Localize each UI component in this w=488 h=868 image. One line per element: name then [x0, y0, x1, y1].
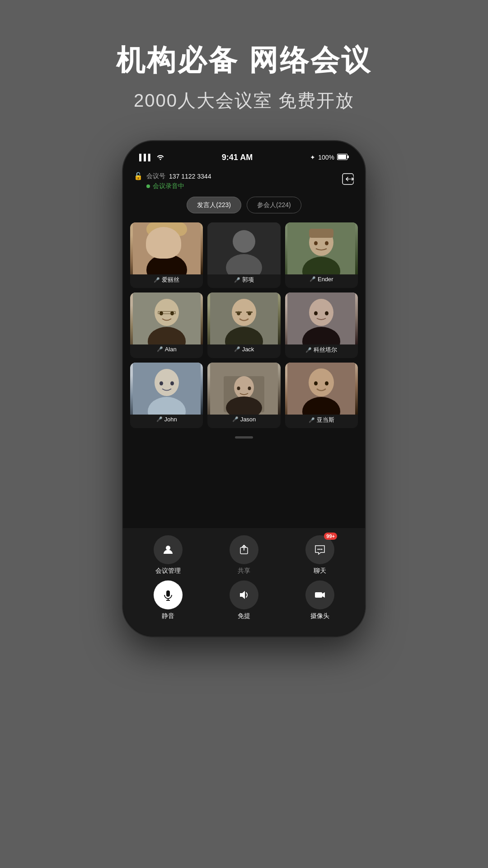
- participant-cell-john[interactable]: 🎤 John: [130, 363, 203, 428]
- svg-point-6: [154, 228, 179, 257]
- meeting-number-value: 137 1122 3344: [169, 173, 211, 180]
- tab-attendees[interactable]: 参会人(224): [247, 197, 301, 213]
- participant-avatar-jason: [207, 363, 280, 415]
- header-subtitle: 2000人大会议室 免费开放: [116, 88, 372, 113]
- participant-cell-kesitaer[interactable]: 🎤 科丝塔尔: [285, 292, 358, 358]
- share-label: 共享: [238, 567, 250, 575]
- participant-name-alice: 爱丽丝: [162, 276, 179, 284]
- participant-avatar-alice: [130, 222, 203, 274]
- camera-button[interactable]: [305, 580, 334, 609]
- svg-point-39: [155, 369, 179, 396]
- chat-badge: 99+: [324, 533, 337, 540]
- speaker-icon: [238, 589, 250, 601]
- meeting-left: 🔓 会议号 137 1122 3344 会议录音中: [134, 172, 211, 190]
- mic-icon-guo: 🎤: [234, 277, 240, 283]
- scroll-pill: [235, 436, 253, 439]
- speaker-button[interactable]: [230, 580, 258, 609]
- svg-point-41: [160, 382, 163, 386]
- svg-point-53: [314, 382, 318, 386]
- participant-name-alan: Alan: [165, 346, 177, 353]
- action-camera[interactable]: 摄像头: [305, 580, 334, 620]
- header-section: 机构必备 网络会议 2000人大会议室 免费开放: [116, 41, 372, 113]
- recording-dot: [146, 184, 150, 188]
- participant-cell-guo[interactable]: 🎤 郭项: [207, 222, 280, 288]
- manage-label: 会议管理: [155, 567, 181, 575]
- svg-point-51: [309, 368, 334, 396]
- participant-avatar-john: [130, 363, 203, 415]
- manage-button[interactable]: [154, 535, 183, 564]
- action-manage[interactable]: 会议管理: [154, 535, 183, 575]
- battery-icon: [337, 154, 349, 161]
- participant-name-jack: Jack: [242, 346, 254, 353]
- participant-name-row-guo: 🎤 郭项: [207, 274, 280, 285]
- scroll-indicator: [123, 436, 365, 439]
- chat-label: 聊天: [314, 567, 326, 575]
- page-background: 机构必备 网络会议 2000人大会议室 免费开放 ▌▌▌ 9:41 AM ✦ 1…: [0, 0, 488, 868]
- tabs-row: 发言人(223) 参会人(224): [123, 197, 365, 213]
- participant-cell-jack[interactable]: 🎤 Jack: [207, 292, 280, 358]
- participant-name-kesitaer: 科丝塔尔: [314, 346, 337, 354]
- chat-icon: [314, 544, 326, 556]
- svg-point-59: [321, 549, 323, 550]
- phone-mockup: ▌▌▌ 9:41 AM ✦ 100%: [122, 140, 366, 637]
- mute-label: 静音: [162, 612, 174, 620]
- meeting-number-label: 会议号: [146, 172, 165, 180]
- action-chat[interactable]: 99+ 聊天: [305, 535, 334, 575]
- participant-name-row-yadangsi: 🎤 亚当斯: [285, 415, 358, 425]
- status-time: 9:41 AM: [222, 153, 253, 162]
- svg-rect-2: [338, 155, 346, 159]
- status-bar: ▌▌▌ 9:41 AM ✦ 100%: [123, 141, 365, 165]
- mic-icon-jack: 🎤: [234, 346, 240, 352]
- share-button[interactable]: [230, 535, 258, 564]
- mic-icon-ender: 🎤: [310, 276, 316, 282]
- participant-cell-alice[interactable]: 🎤 爱丽丝: [130, 222, 203, 288]
- manage-icon: [162, 544, 174, 556]
- action-share[interactable]: 共享: [230, 535, 258, 575]
- action-mute[interactable]: 静音: [154, 580, 183, 620]
- signal-icon: ▌▌▌: [139, 154, 153, 161]
- status-left: ▌▌▌: [139, 154, 164, 161]
- svg-point-23: [160, 311, 163, 316]
- svg-point-36: [314, 311, 318, 316]
- actions-row-2: 静音 免提: [130, 580, 358, 620]
- participant-cell-yadangsi[interactable]: 🎤 亚当斯: [285, 363, 358, 428]
- svg-point-9: [157, 242, 161, 246]
- svg-point-58: [319, 549, 321, 550]
- participant-name-row-ender: 🎤 Ender: [285, 274, 358, 284]
- svg-point-55: [166, 546, 170, 550]
- svg-rect-31: [235, 311, 242, 313]
- svg-rect-8: [146, 222, 187, 236]
- mic-icon-kesitaer: 🎤: [305, 347, 312, 353]
- chat-button[interactable]: 99+: [305, 535, 334, 564]
- participant-cell-ender[interactable]: 🎤 Ender: [285, 222, 358, 288]
- status-right: ✦ 100%: [310, 154, 349, 161]
- participant-cell-jason[interactable]: 🎤 Jason: [207, 363, 280, 428]
- participant-name-ender: Ender: [318, 276, 333, 283]
- share-icon: [238, 544, 250, 556]
- participant-name-guo: 郭项: [242, 276, 254, 284]
- participant-avatar-jack: [207, 292, 280, 344]
- mic-icon-alan: 🎤: [157, 346, 163, 352]
- exit-button[interactable]: [342, 173, 354, 188]
- mute-button[interactable]: [154, 580, 183, 609]
- bottom-actions: 会议管理 共享 99+: [123, 528, 365, 637]
- participant-avatar-yadangsi: [285, 363, 358, 415]
- svg-point-18: [314, 241, 318, 245]
- svg-point-24: [170, 311, 174, 316]
- svg-point-37: [325, 311, 328, 316]
- participant-avatar-ender: [285, 222, 358, 274]
- participant-avatar-kesitaer: [285, 292, 358, 344]
- svg-point-48: [248, 387, 251, 390]
- participant-name-row-alan: 🎤 Alan: [130, 344, 203, 354]
- svg-point-12: [233, 230, 255, 253]
- tab-speakers[interactable]: 发言人(223): [187, 197, 241, 213]
- recording-label: 会议录音中: [153, 182, 184, 190]
- participant-cell-alan[interactable]: 🎤 Alan: [130, 292, 203, 358]
- mic-icon-jason: 🎤: [232, 416, 239, 422]
- meeting-number-row: 🔓 会议号 137 1122 3344: [134, 172, 211, 180]
- recording-badge: 会议录音中: [146, 182, 211, 190]
- action-speaker[interactable]: 免提: [230, 580, 258, 620]
- participant-name-row-jack: 🎤 Jack: [207, 344, 280, 354]
- mic-icon-yadangsi: 🎤: [309, 417, 315, 423]
- participant-name-row-jason: 🎤 Jason: [207, 415, 280, 424]
